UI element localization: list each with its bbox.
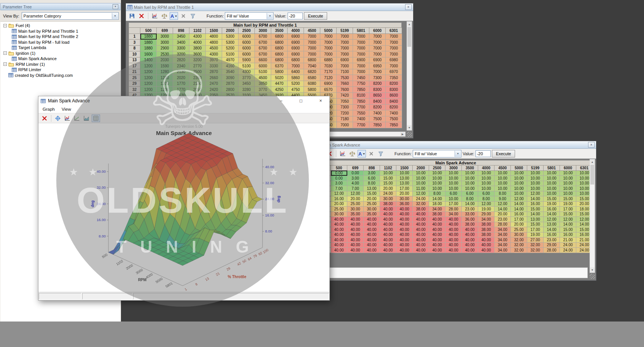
cell[interactable]: 5100: [239, 63, 255, 69]
col-header[interactable]: 5801: [353, 28, 369, 34]
col-header[interactable]: 898: [173, 28, 189, 34]
cell[interactable]: 12.00: [511, 196, 527, 202]
cell[interactable]: 7350: [386, 75, 402, 81]
cell[interactable]: 10.00: [445, 176, 462, 181]
cell[interactable]: 40.00: [347, 217, 364, 222]
tree-item[interactable]: Main fuel by RPM and Throttle 1: [0, 29, 121, 34]
spark-window-titlebar[interactable]: Main Spark Advance ×: [314, 141, 596, 149]
cell[interactable]: 40.00: [396, 248, 413, 253]
cell[interactable]: 15.00: [527, 207, 544, 212]
view-by-select[interactable]: Parameter Category ▼: [22, 12, 119, 20]
cell[interactable]: 10.00: [478, 170, 495, 176]
cell[interactable]: 10.00: [462, 170, 478, 176]
cell[interactable]: 1880: [140, 45, 157, 51]
cell[interactable]: 34.00: [445, 212, 462, 217]
cell[interactable]: 12.00: [544, 217, 560, 222]
cell[interactable]: 14.00: [511, 201, 527, 207]
cell[interactable]: 7850: [369, 122, 386, 128]
cell[interactable]: 40.00: [364, 217, 380, 222]
tree-item[interactable]: Main Spark Advance: [0, 56, 121, 62]
cell[interactable]: 14.00: [544, 227, 560, 232]
cell[interactable]: 17.00: [527, 227, 544, 232]
cell[interactable]: 40.00: [347, 232, 364, 237]
maximize-icon[interactable]: □: [292, 96, 310, 105]
scroll-up-icon[interactable]: ▲: [407, 22, 412, 27]
tree-node[interactable]: −RPM Limiter (1): [0, 62, 121, 67]
cell[interactable]: 8400: [386, 99, 402, 105]
cell[interactable]: 15.00: [560, 212, 576, 217]
col-header[interactable]: 2500: [429, 166, 445, 171]
col-header[interactable]: 4000: [288, 28, 304, 34]
cell[interactable]: 7040: [304, 63, 320, 69]
cell[interactable]: 8.00: [495, 191, 511, 196]
cell[interactable]: 40.00: [478, 248, 495, 253]
cell[interactable]: 2020: [173, 75, 189, 81]
cell[interactable]: 17.00: [445, 201, 462, 207]
cell[interactable]: 16.00: [544, 232, 560, 237]
cell[interactable]: 6700: [255, 51, 271, 57]
cell[interactable]: 40.00: [462, 227, 478, 232]
cell[interactable]: 6570: [320, 87, 337, 93]
cell[interactable]: 40.00: [380, 237, 396, 243]
cell[interactable]: 10.00: [527, 186, 544, 191]
cell[interactable]: 4800: [206, 33, 222, 40]
cell[interactable]: 7420: [337, 92, 353, 99]
col-header[interactable]: 1102: [189, 28, 206, 34]
cell[interactable]: 40.00: [380, 227, 396, 232]
cell[interactable]: 7000: [353, 69, 369, 75]
cell[interactable]: 14.00: [462, 201, 478, 207]
cell[interactable]: 36.00: [462, 217, 478, 222]
cell[interactable]: 34.00: [429, 207, 445, 212]
cell[interactable]: 10.00: [380, 170, 396, 176]
cell[interactable]: 15.00: [380, 181, 396, 186]
cell[interactable]: 40.00: [380, 212, 396, 217]
cell[interactable]: 10.00: [511, 176, 527, 181]
cell[interactable]: 18.00: [429, 201, 445, 207]
menu-view[interactable]: View: [58, 107, 75, 111]
cell[interactable]: 4500: [206, 45, 222, 51]
cell[interactable]: 8300: [386, 87, 402, 93]
cell[interactable]: 6800: [271, 40, 288, 46]
cell[interactable]: 30.00: [331, 212, 347, 217]
col-header[interactable]: 6000: [560, 166, 576, 171]
value-input[interactable]: [288, 13, 303, 19]
cell[interactable]: 6950: [369, 63, 386, 69]
cell[interactable]: 25.00: [347, 201, 364, 207]
cell[interactable]: 6800: [271, 33, 288, 40]
function-select[interactable]: Fill w/ Value ▼: [413, 150, 461, 158]
cell[interactable]: 1600: [140, 51, 157, 57]
clear-icon[interactable]: [367, 150, 375, 158]
surface-chart-icon[interactable]: [92, 115, 100, 122]
scroll-down-icon[interactable]: ▼: [407, 125, 412, 130]
cell[interactable]: 29.00: [544, 242, 560, 248]
cell[interactable]: 12.00: [413, 191, 429, 196]
cell[interactable]: 8100: [353, 92, 369, 99]
cell[interactable]: 7000: [337, 40, 353, 46]
cell[interactable]: 3.00: [364, 170, 380, 176]
delete-icon[interactable]: [40, 115, 49, 122]
cell[interactable]: 13.00: [396, 176, 413, 181]
row-label[interactable]: 8: [129, 45, 140, 51]
cell[interactable]: 40.00: [347, 222, 364, 227]
spark-bottom-scroll-strip[interactable]: [316, 267, 588, 278]
cell[interactable]: 3800: [189, 45, 206, 51]
cell[interactable]: 3970: [206, 57, 222, 63]
cell[interactable]: 12.00: [527, 191, 544, 196]
cell[interactable]: 1200: [157, 87, 173, 93]
cell[interactable]: 40.00: [445, 217, 462, 222]
tree-expander-icon[interactable]: −: [3, 62, 7, 66]
cell[interactable]: 20.00: [495, 212, 511, 217]
cell[interactable]: 6000: [255, 63, 271, 69]
cell[interactable]: 40.00: [347, 227, 364, 232]
cell[interactable]: 40.00: [364, 237, 380, 243]
cell[interactable]: 40.00: [331, 232, 347, 237]
cell[interactable]: 19.00: [527, 232, 544, 237]
row-label[interactable]: 32: [129, 87, 140, 93]
cell[interactable]: 7170: [320, 69, 337, 75]
cell[interactable]: 2820: [173, 57, 189, 63]
cell[interactable]: 2470: [206, 81, 222, 87]
cell[interactable]: 5300: [222, 40, 239, 46]
cell[interactable]: 7400: [386, 110, 402, 116]
row-label[interactable]: 17: [129, 63, 140, 69]
cell[interactable]: 10.00: [478, 181, 495, 186]
